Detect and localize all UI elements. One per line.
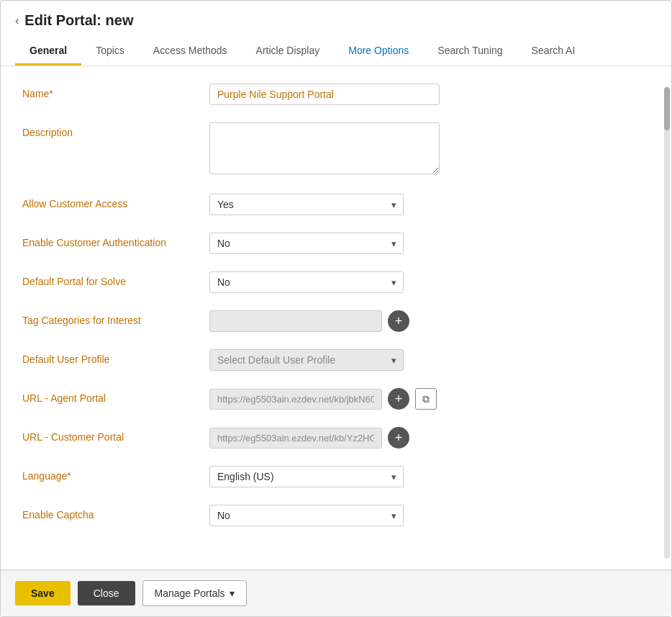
manage-portals-chevron-icon: ▾ [230, 587, 235, 599]
manage-portals-label: Manage Portals [155, 587, 225, 599]
url-customer-input-row: + [209, 427, 440, 449]
default-user-profile-select-wrapper: Select Default User Profile [209, 349, 404, 371]
enable-customer-auth-select[interactable]: No Yes [209, 233, 404, 254]
enable-captcha-select-wrapper: No Yes [209, 505, 404, 526]
enable-customer-auth-row: Enable Customer Authentication No Yes [22, 233, 650, 254]
enable-customer-auth-label: Enable Customer Authentication [22, 233, 209, 248]
url-agent-label: URL - Agent Portal [22, 388, 209, 404]
tag-add-button[interactable]: + [388, 310, 409, 332]
tab-more-options[interactable]: More Options [334, 37, 423, 66]
url-agent-row: URL - Agent Portal + ⧉ [22, 388, 650, 410]
name-input[interactable] [209, 84, 440, 105]
default-user-profile-label: Default User Profile [22, 349, 209, 365]
description-row: Description [22, 122, 650, 176]
enable-captcha-label: Enable Captcha [22, 505, 209, 521]
url-agent-control: + ⧉ [209, 388, 440, 410]
enable-captcha-select[interactable]: No Yes [209, 505, 404, 526]
manage-portals-button[interactable]: Manage Portals ▾ [142, 580, 247, 606]
language-select-wrapper: English (US) French Spanish German [209, 466, 404, 487]
default-user-profile-row: Default User Profile Select Default User… [22, 349, 650, 371]
default-portal-row: Default Portal for Solve No Yes [22, 271, 650, 293]
name-row: Name* [22, 84, 650, 105]
url-agent-add-button[interactable]: + [388, 388, 409, 410]
tag-categories-row: Tag Categories for Interest + [22, 310, 650, 332]
description-input[interactable] [209, 122, 440, 174]
url-agent-input[interactable] [209, 389, 382, 410]
description-control [209, 122, 440, 176]
tab-general[interactable]: General [15, 37, 81, 66]
allow-customer-access-select[interactable]: Yes No [209, 194, 404, 215]
url-agent-input-row: + ⧉ [209, 388, 440, 410]
tab-access-methods[interactable]: Access Methods [139, 37, 242, 66]
tab-search-ai[interactable]: Search AI [517, 37, 590, 66]
language-control: English (US) French Spanish German [209, 466, 440, 487]
allow-customer-access-label: Allow Customer Access [22, 194, 209, 210]
enable-captcha-control: No Yes [209, 505, 440, 526]
default-user-profile-select[interactable]: Select Default User Profile [209, 349, 404, 371]
default-portal-select-wrapper: No Yes [209, 271, 404, 293]
back-row: ‹ Edit Portal: new [15, 12, 657, 29]
url-customer-input[interactable] [209, 428, 382, 449]
save-button[interactable]: Save [15, 581, 71, 605]
tag-categories-control: + [209, 310, 440, 332]
tab-article-display[interactable]: Article Display [242, 37, 335, 66]
url-customer-add-button[interactable]: + [388, 427, 409, 449]
allow-customer-access-select-wrapper: Yes No [209, 194, 404, 215]
scrollbar-thumb[interactable] [664, 87, 670, 130]
default-portal-control: No Yes [209, 271, 440, 293]
tag-categories-input[interactable] [209, 310, 382, 332]
default-portal-select[interactable]: No Yes [209, 271, 404, 293]
name-control [209, 84, 440, 105]
url-customer-control: + [209, 427, 440, 449]
tab-topics[interactable]: Topics [81, 37, 139, 66]
tag-input-row: + [209, 310, 440, 332]
tag-categories-label: Tag Categories for Interest [22, 310, 209, 326]
description-label: Description [22, 122, 209, 138]
default-user-profile-control: Select Default User Profile [209, 349, 440, 371]
back-button[interactable]: ‹ [15, 14, 19, 27]
name-label: Name* [22, 84, 209, 99]
allow-customer-access-row: Allow Customer Access Yes No [22, 194, 650, 215]
language-label: Language* [22, 466, 209, 482]
url-customer-row: URL - Customer Portal + [22, 427, 650, 449]
enable-customer-auth-select-wrapper: No Yes [209, 233, 404, 254]
tab-search-tuning[interactable]: Search Tuning [423, 37, 517, 66]
allow-customer-access-control: Yes No [209, 194, 440, 215]
tab-bar: General Topics Access Methods Article Di… [15, 37, 657, 66]
page-title: Edit Portal: new [24, 12, 133, 29]
edit-portal-window: ‹ Edit Portal: new General Topics Access… [0, 0, 672, 617]
form-content: Name* Description Allow Customer Access … [1, 66, 671, 569]
default-portal-label: Default Portal for Solve [22, 271, 209, 287]
enable-captcha-row: Enable Captcha No Yes [22, 505, 650, 526]
language-select[interactable]: English (US) French Spanish German [209, 466, 404, 487]
footer: Save Close Manage Portals ▾ [1, 569, 671, 616]
scrollbar-track[interactable] [664, 87, 670, 559]
close-button[interactable]: Close [78, 581, 135, 605]
language-row: Language* English (US) French Spanish Ge… [22, 466, 650, 487]
url-customer-label: URL - Customer Portal [22, 427, 209, 443]
enable-customer-auth-control: No Yes [209, 233, 440, 254]
url-agent-external-button[interactable]: ⧉ [415, 388, 437, 410]
header: ‹ Edit Portal: new General Topics Access… [1, 1, 671, 66]
